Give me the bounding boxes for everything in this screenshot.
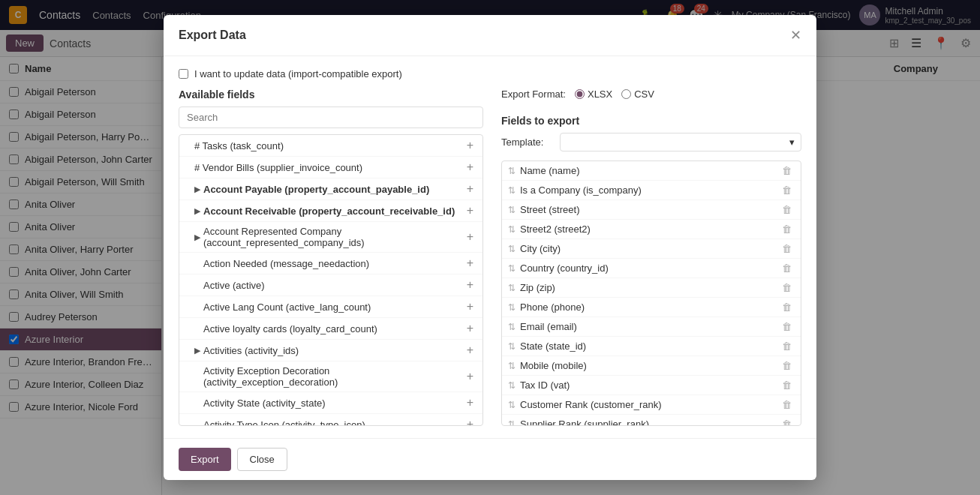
template-select[interactable]: ▾ xyxy=(560,133,801,152)
delete-field-button[interactable]: 🗑 xyxy=(779,418,795,426)
delete-field-button[interactable]: 🗑 xyxy=(779,262,795,274)
field-item-label: Account Payable (property_account_payabl… xyxy=(203,184,464,195)
field-item-label: Activity Type Icon (activity_type_icon) xyxy=(203,419,464,427)
field-item-label: Action Needed (message_needaction) xyxy=(203,258,464,269)
drag-handle-icon[interactable]: ⇅ xyxy=(508,302,516,313)
delete-field-button[interactable]: 🗑 xyxy=(779,224,795,235)
field-item-label: # Vendor Bills (supplier_invoice_count) xyxy=(194,162,464,173)
add-field-button[interactable]: + xyxy=(464,396,476,410)
add-field-button[interactable]: + xyxy=(464,204,476,218)
close-icon[interactable]: ✕ xyxy=(790,27,801,44)
field-item-label: Activities (activity_ids) xyxy=(203,345,464,356)
export-field-item[interactable]: ⇅Mobile (mobile)🗑 xyxy=(502,356,801,376)
drag-handle-icon[interactable]: ⇅ xyxy=(508,263,516,274)
right-top: Export Format: XLSX CSV xyxy=(501,88,801,103)
export-format-label: Export Format: xyxy=(501,88,566,100)
drag-handle-icon[interactable]: ⇅ xyxy=(508,419,516,427)
drag-handle-icon[interactable]: ⇅ xyxy=(508,400,516,410)
available-field-item[interactable]: Activity Exception Decoration (activity_… xyxy=(179,362,482,392)
delete-field-button[interactable]: 🗑 xyxy=(779,282,795,293)
delete-field-button[interactable]: 🗑 xyxy=(779,165,795,176)
drag-handle-icon[interactable]: ⇅ xyxy=(508,224,516,235)
available-field-item[interactable]: # Tasks (task_count)+ xyxy=(179,135,482,157)
available-field-item[interactable]: ▶Account Represented Company (account_re… xyxy=(179,222,482,253)
available-field-item[interactable]: ▶Account Payable (property_account_payab… xyxy=(179,178,482,200)
available-field-item[interactable]: Active Lang Count (active_lang_count)+ xyxy=(179,296,482,318)
export-field-item[interactable]: ⇅Zip (zip)🗑 xyxy=(502,278,801,298)
export-field-label: Zip (zip) xyxy=(520,282,779,293)
xlsx-radio[interactable] xyxy=(575,89,585,99)
export-field-item[interactable]: ⇅State (state_id)🗑 xyxy=(502,337,801,356)
available-field-item[interactable]: Active loyalty cards (loyalty_card_count… xyxy=(179,318,482,340)
delete-field-button[interactable]: 🗑 xyxy=(779,380,795,391)
add-field-button[interactable]: + xyxy=(464,182,476,196)
chevron-right-icon: ▶ xyxy=(194,206,200,216)
export-field-item[interactable]: ⇅Phone (phone)🗑 xyxy=(502,298,801,317)
add-field-button[interactable]: + xyxy=(464,256,476,270)
modal-title: Export Data xyxy=(179,28,246,42)
import-compatible-checkbox[interactable] xyxy=(179,69,188,79)
template-row: Template: ▾ xyxy=(501,133,801,152)
drag-handle-icon[interactable]: ⇅ xyxy=(508,361,516,371)
export-field-item[interactable]: ⇅Supplier Rank (supplier_rank)🗑 xyxy=(502,415,801,426)
add-field-button[interactable]: + xyxy=(464,300,476,314)
export-field-item[interactable]: ⇅Street (street)🗑 xyxy=(502,200,801,220)
fields-to-export-title: Fields to export xyxy=(501,115,801,127)
delete-field-button[interactable]: 🗑 xyxy=(779,360,795,371)
add-field-button[interactable]: + xyxy=(464,278,476,292)
delete-field-button[interactable]: 🗑 xyxy=(779,340,795,352)
field-item-label: Activity State (activity_state) xyxy=(203,398,464,409)
available-field-item[interactable]: Active (active)+ xyxy=(179,274,482,296)
drag-handle-icon[interactable]: ⇅ xyxy=(508,244,516,254)
add-field-button[interactable]: + xyxy=(464,344,476,357)
available-field-item[interactable]: Activity Type Icon (activity_type_icon)+ xyxy=(179,414,482,426)
available-field-item[interactable]: Action Needed (message_needaction)+ xyxy=(179,253,482,274)
drag-handle-icon[interactable]: ⇅ xyxy=(508,166,516,176)
export-button[interactable]: Export xyxy=(179,448,231,471)
export-field-label: Street2 (street2) xyxy=(520,224,779,235)
delete-field-button[interactable]: 🗑 xyxy=(779,184,795,196)
drag-handle-icon[interactable]: ⇅ xyxy=(508,185,516,196)
add-field-button[interactable]: + xyxy=(464,230,476,244)
available-field-item[interactable]: # Vendor Bills (supplier_invoice_count)+ xyxy=(179,157,482,178)
csv-radio[interactable] xyxy=(621,89,631,99)
drag-handle-icon[interactable]: ⇅ xyxy=(508,283,516,293)
delete-field-button[interactable]: 🗑 xyxy=(779,243,795,254)
modal-overlay: Export Data ✕ I want to update data (imp… xyxy=(0,0,980,495)
available-field-item[interactable]: ▶Account Receivable (property_account_re… xyxy=(179,200,482,222)
delete-field-button[interactable]: 🗑 xyxy=(779,302,795,313)
search-input[interactable] xyxy=(179,106,483,128)
export-field-item[interactable]: ⇅Name (name)🗑 xyxy=(502,161,801,181)
export-field-item[interactable]: ⇅City (city)🗑 xyxy=(502,239,801,259)
drag-handle-icon[interactable]: ⇅ xyxy=(508,205,516,215)
add-field-button[interactable]: + xyxy=(464,139,476,152)
modal-footer: Export Close xyxy=(164,438,816,480)
template-label: Template: xyxy=(501,136,554,148)
modal-body: I want to update data (import-compatible… xyxy=(164,56,816,438)
available-field-item[interactable]: Activity State (activity_state)+ xyxy=(179,392,482,414)
add-field-button[interactable]: + xyxy=(464,418,476,426)
export-field-item[interactable]: ⇅Is a Company (is_company)🗑 xyxy=(502,181,801,200)
delete-field-button[interactable]: 🗑 xyxy=(779,321,795,332)
drag-handle-icon[interactable]: ⇅ xyxy=(508,341,516,352)
export-field-item[interactable]: ⇅Email (email)🗑 xyxy=(502,317,801,337)
add-field-button[interactable]: + xyxy=(464,370,476,383)
export-field-label: Email (email) xyxy=(520,321,779,332)
delete-field-button[interactable]: 🗑 xyxy=(779,399,795,410)
export-field-item[interactable]: ⇅Tax ID (vat)🗑 xyxy=(502,376,801,395)
drag-handle-icon[interactable]: ⇅ xyxy=(508,380,516,391)
drag-handle-icon[interactable]: ⇅ xyxy=(508,322,516,332)
add-field-button[interactable]: + xyxy=(464,322,476,335)
fields-to-export-panel: Export Format: XLSX CSV xyxy=(501,88,801,426)
add-field-button[interactable]: + xyxy=(464,160,476,174)
export-field-label: Tax ID (vat) xyxy=(520,380,779,391)
close-button[interactable]: Close xyxy=(237,448,287,471)
csv-option[interactable]: CSV xyxy=(621,88,654,100)
xlsx-option[interactable]: XLSX xyxy=(575,88,612,100)
export-field-label: Mobile (mobile) xyxy=(520,360,779,371)
export-field-item[interactable]: ⇅Customer Rank (customer_rank)🗑 xyxy=(502,395,801,415)
export-field-item[interactable]: ⇅Street2 (street2)🗑 xyxy=(502,220,801,239)
export-field-item[interactable]: ⇅Country (country_id)🗑 xyxy=(502,259,801,278)
delete-field-button[interactable]: 🗑 xyxy=(779,204,795,215)
available-field-item[interactable]: ▶Activities (activity_ids)+ xyxy=(179,340,482,362)
